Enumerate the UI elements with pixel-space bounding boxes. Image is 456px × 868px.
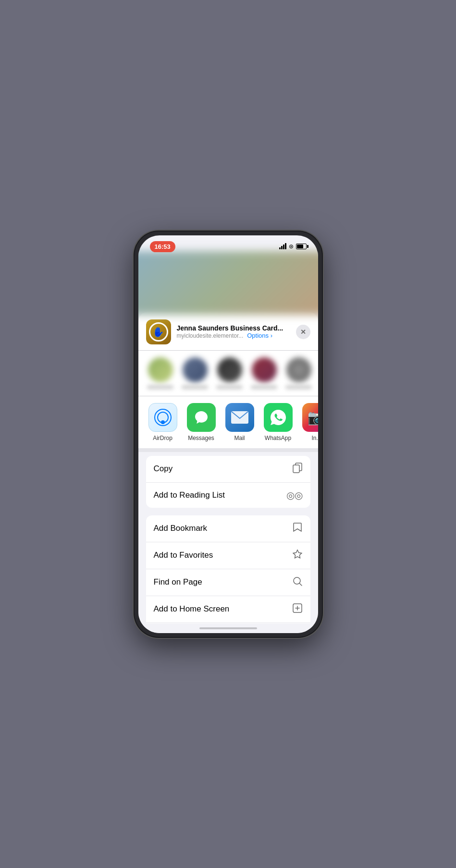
contact-name xyxy=(182,385,208,389)
contact-item[interactable] xyxy=(146,357,175,389)
share-title-block: Jenna Saunders Business Card... myicloud… xyxy=(177,324,292,339)
airdrop-label: AirDrop xyxy=(153,435,173,441)
contact-item[interactable] xyxy=(215,357,244,389)
copy-label: Copy xyxy=(154,464,173,474)
home-indicator xyxy=(138,623,318,633)
app-icon xyxy=(146,319,171,344)
contact-name xyxy=(285,385,312,389)
status-bar: 16:53 ⊛ xyxy=(138,235,318,254)
phone-screen: 16:53 ⊛ xyxy=(138,235,318,633)
phone-frame: 16:53 ⊛ xyxy=(135,232,322,637)
signal-icon xyxy=(279,244,286,249)
home-bar xyxy=(199,627,257,629)
reading-list-icon: ◎◎ xyxy=(286,489,303,501)
avatar xyxy=(252,357,277,382)
share-app-mail[interactable]: Mail xyxy=(223,403,257,441)
avatar xyxy=(217,357,242,382)
contact-item[interactable] xyxy=(181,357,210,389)
status-time: 16:53 xyxy=(150,241,175,252)
instagram-app-icon: 📷 xyxy=(302,403,318,432)
battery-icon xyxy=(296,244,307,249)
find-on-page-menu-item[interactable]: Find on Page xyxy=(146,569,310,596)
share-url: myicloudesite.elementor... xyxy=(177,332,244,339)
spacer xyxy=(138,512,318,515)
contact-name xyxy=(147,385,173,389)
home-screen-menu-item[interactable]: Add to Home Screen xyxy=(146,596,310,623)
close-icon: ✕ xyxy=(300,328,306,336)
reading-list-menu-item[interactable]: Add to Reading List ◎◎ xyxy=(146,483,310,508)
messages-app-icon xyxy=(187,403,216,432)
instagram-label: In... xyxy=(311,435,318,441)
apps-row: AirDrop Messages xyxy=(138,396,318,452)
menu-section-1: Copy Add to Reading List ◎◎ xyxy=(146,456,310,508)
background-blur xyxy=(138,251,318,315)
avatar xyxy=(183,357,208,382)
home-screen-label: Add to Home Screen xyxy=(154,604,230,614)
airdrop-circles-icon xyxy=(155,410,171,425)
spacer xyxy=(138,452,318,456)
favorites-icon xyxy=(292,549,303,562)
mail-label: Mail xyxy=(234,435,245,441)
options-link[interactable]: Options › xyxy=(247,332,272,339)
bookmark-menu-item[interactable]: Add Bookmark xyxy=(146,515,310,542)
share-title: Jenna Saunders Business Card... xyxy=(177,324,292,332)
share-sheet: Jenna Saunders Business Card... myicloud… xyxy=(138,312,318,623)
close-button[interactable]: ✕ xyxy=(296,325,310,339)
messages-bubble-icon xyxy=(193,409,210,426)
avatar xyxy=(148,357,173,382)
whatsapp-app-icon xyxy=(264,403,293,432)
share-app-instagram[interactable]: 📷 In... xyxy=(300,403,318,441)
find-on-page-icon xyxy=(292,576,303,589)
mail-envelope-icon xyxy=(231,411,249,424)
reading-list-label: Add to Reading List xyxy=(154,490,225,500)
favorites-menu-item[interactable]: Add to Favorites xyxy=(146,542,310,569)
whatsapp-bubble-icon xyxy=(269,408,287,427)
home-screen-icon xyxy=(292,603,303,616)
contact-name xyxy=(216,385,243,389)
favorites-label: Add to Favorites xyxy=(154,550,213,560)
share-app-airdrop[interactable]: AirDrop xyxy=(146,403,180,441)
share-app-whatsapp[interactable]: WhatsApp xyxy=(261,403,295,441)
contacts-row xyxy=(138,351,318,396)
bookmark-icon xyxy=(292,522,303,535)
app-icon-inner xyxy=(149,322,168,342)
mail-app-icon xyxy=(225,403,254,432)
share-app-messages[interactable]: Messages xyxy=(185,403,218,441)
find-on-page-label: Find on Page xyxy=(154,577,202,587)
contact-name xyxy=(251,385,277,389)
messages-label: Messages xyxy=(188,435,214,441)
svg-rect-2 xyxy=(293,465,299,473)
copy-menu-item[interactable]: Copy xyxy=(146,456,310,483)
contact-item[interactable] xyxy=(284,357,313,389)
menu-section-2: Add Bookmark Add to Favorites xyxy=(146,515,310,623)
bookmark-label: Add Bookmark xyxy=(154,524,208,533)
airdrop-app-icon xyxy=(148,403,177,432)
share-header: Jenna Saunders Business Card... myicloud… xyxy=(138,312,318,351)
avatar xyxy=(286,357,311,382)
whatsapp-label: WhatsApp xyxy=(265,435,291,441)
wifi-icon: ⊛ xyxy=(289,243,294,250)
copy-icon xyxy=(292,463,303,476)
status-icons: ⊛ xyxy=(279,243,307,250)
contact-item[interactable] xyxy=(250,357,279,389)
